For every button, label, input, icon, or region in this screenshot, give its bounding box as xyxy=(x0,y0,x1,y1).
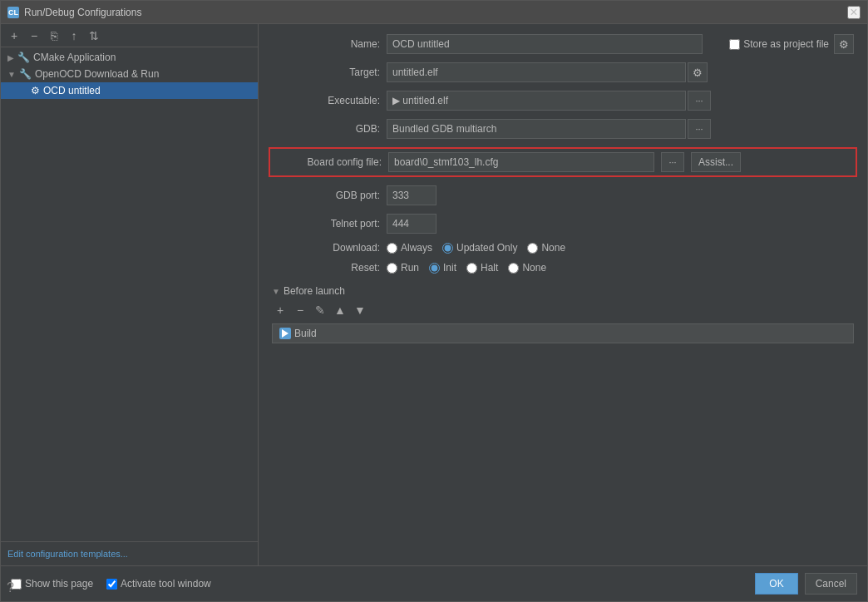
tree-item-ocd[interactable]: ⚙ OCD untitled xyxy=(1,82,258,99)
store-project-text: Store as project file xyxy=(743,38,829,50)
activate-window-checkbox[interactable] xyxy=(106,579,117,590)
dialog-title: Run/Debug Configurations xyxy=(24,7,141,18)
build-launch-item: Build xyxy=(272,323,854,343)
download-updated-radio[interactable] xyxy=(442,243,453,254)
gdb-dropdown[interactable]: Bundled GDB multiarch xyxy=(387,119,686,139)
help-area: ? xyxy=(7,580,14,595)
launch-edit-button[interactable]: ✎ xyxy=(312,302,328,318)
name-row: Name: Store as project file ⚙ xyxy=(272,34,854,54)
reset-label: Reset: xyxy=(272,262,380,274)
board-config-label: Board config file: xyxy=(274,156,382,168)
executable-row: Executable: ▶ untitled.elf ··· xyxy=(272,91,854,111)
name-input[interactable] xyxy=(387,34,703,54)
executable-label: Executable: xyxy=(272,95,380,106)
store-project-checkbox[interactable] xyxy=(729,39,740,50)
before-launch-header: ▼ Before launch xyxy=(272,285,854,297)
download-none-label[interactable]: None xyxy=(527,242,565,254)
download-updated-label[interactable]: Updated Only xyxy=(442,242,517,254)
title-bar: CL Run/Debug Configurations × xyxy=(1,1,867,24)
section-chevron-icon: ▼ xyxy=(272,287,280,296)
build-icon xyxy=(279,328,291,339)
reset-halt-label[interactable]: Halt xyxy=(466,262,498,274)
gdb-port-row: GDB port: xyxy=(272,185,854,205)
gdb-port-input[interactable] xyxy=(387,185,436,205)
reset-halt-radio[interactable] xyxy=(466,263,477,274)
store-settings-button[interactable]: ⚙ xyxy=(834,34,854,54)
telnet-port-label: Telnet port: xyxy=(272,218,380,229)
launch-toolbar: + − ✎ ▲ ▼ xyxy=(272,302,854,318)
reset-init-text: Init xyxy=(443,262,456,274)
reset-none-label[interactable]: None xyxy=(508,262,546,274)
download-always-label[interactable]: Always xyxy=(387,242,432,254)
dialog-icon: CL xyxy=(7,7,19,18)
edit-templates-link[interactable]: Edit configuration templates... xyxy=(1,541,258,565)
activate-window-text: Activate tool window xyxy=(121,578,211,590)
right-panel: Name: Store as project file ⚙ Target: xyxy=(259,24,867,565)
tree-item-openocd[interactable]: ▼ 🔧 OpenOCD Download & Run xyxy=(1,66,258,82)
build-label: Build xyxy=(294,328,317,339)
download-updated-text: Updated Only xyxy=(456,242,517,254)
run-debug-dialog: CL Run/Debug Configurations × + − ⎘ ↑ ⇅ … xyxy=(0,0,868,602)
move-up-button[interactable]: ↑ xyxy=(66,27,82,44)
executable-dropdown-wrapper: ▶ untitled.elf ··· xyxy=(387,91,711,111)
download-none-radio[interactable] xyxy=(527,243,538,254)
cancel-button[interactable]: Cancel xyxy=(805,573,857,595)
gdb-ellipsis-button[interactable]: ··· xyxy=(688,119,711,139)
build-svg xyxy=(279,328,291,339)
gear-icon: ⚙ xyxy=(839,38,849,51)
name-row-left: Name: xyxy=(272,34,703,54)
cmake-icon: 🔧 xyxy=(17,52,30,63)
svg-marker-0 xyxy=(282,329,289,338)
reset-run-radio[interactable] xyxy=(387,263,397,274)
config-tree: ▶ 🔧 CMake Application ▼ 🔧 OpenOCD Downlo… xyxy=(1,47,258,541)
target-settings-button[interactable]: ⚙ xyxy=(688,62,708,82)
launch-remove-button[interactable]: − xyxy=(292,302,308,318)
gdb-ellipsis-icon: ··· xyxy=(695,124,703,134)
reset-halt-text: Halt xyxy=(481,262,498,274)
reset-none-radio[interactable] xyxy=(508,263,519,274)
name-row-right: Store as project file ⚙ xyxy=(729,34,854,54)
copy-config-button[interactable]: ⎘ xyxy=(46,27,62,44)
launch-down-button[interactable]: ▼ xyxy=(352,302,368,318)
tree-item-openocd-label: OpenOCD Download & Run xyxy=(35,68,159,80)
reset-none-text: None xyxy=(522,262,546,274)
board-config-ellipsis-button[interactable]: ··· xyxy=(661,152,684,172)
target-label: Target: xyxy=(272,67,380,78)
reset-run-label[interactable]: Run xyxy=(387,262,419,274)
close-button[interactable]: × xyxy=(847,6,861,19)
reset-row: Reset: Run Init Halt xyxy=(272,262,854,274)
sort-button[interactable]: ⇅ xyxy=(86,27,102,44)
chevron-right-icon: ▶ xyxy=(7,53,14,62)
left-panel: + − ⎘ ↑ ⇅ ▶ 🔧 CMake Application ▼ 🔧 Open… xyxy=(1,24,259,565)
show-page-label[interactable]: Show this page xyxy=(11,578,93,590)
target-dropdown[interactable]: untitled.elf xyxy=(387,62,686,82)
add-config-button[interactable]: + xyxy=(6,27,22,44)
reset-radio-group: Run Init Halt None xyxy=(387,262,546,274)
download-always-radio[interactable] xyxy=(387,243,397,254)
launch-up-button[interactable]: ▲ xyxy=(332,302,348,318)
tree-item-cmake[interactable]: ▶ 🔧 CMake Application xyxy=(1,49,258,66)
openocd-icon: 🔧 xyxy=(19,68,32,80)
reset-run-text: Run xyxy=(401,262,419,274)
dialog-buttons: OK Cancel xyxy=(755,573,857,595)
telnet-port-input[interactable] xyxy=(387,214,436,234)
executable-ellipsis-button[interactable]: ··· xyxy=(688,91,711,111)
tree-item-cmake-label: CMake Application xyxy=(33,52,116,63)
reset-init-label[interactable]: Init xyxy=(429,262,456,274)
board-config-input[interactable] xyxy=(388,152,654,172)
launch-add-button[interactable]: + xyxy=(272,302,289,318)
chevron-down-icon: ▼ xyxy=(7,70,16,79)
store-project-label: Store as project file xyxy=(729,38,829,50)
board-config-row: Board config file: ··· Assist... xyxy=(269,147,857,177)
help-button[interactable]: ? xyxy=(7,580,14,595)
board-ellipsis-icon: ··· xyxy=(668,157,676,167)
assist-button[interactable]: Assist... xyxy=(691,152,741,172)
remove-config-button[interactable]: − xyxy=(26,27,42,44)
ok-button[interactable]: OK xyxy=(755,573,797,595)
activate-window-label[interactable]: Activate tool window xyxy=(106,578,211,590)
gdb-row: GDB: Bundled GDB multiarch ··· xyxy=(272,119,854,139)
executable-dropdown[interactable]: ▶ untitled.elf xyxy=(387,91,686,111)
name-label: Name: xyxy=(272,38,380,50)
target-gear-icon: ⚙ xyxy=(693,67,703,79)
reset-init-radio[interactable] xyxy=(429,263,440,274)
